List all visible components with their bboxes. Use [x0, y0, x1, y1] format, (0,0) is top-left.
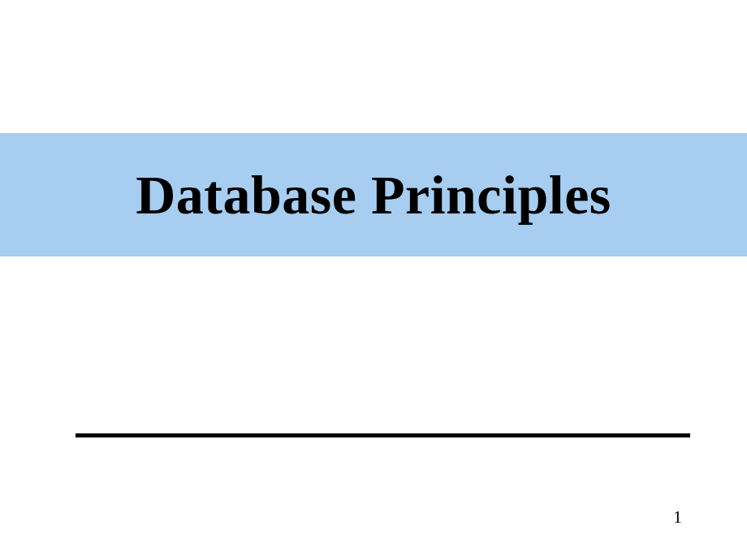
title-band: Database Principles [0, 133, 747, 256]
horizontal-divider [76, 433, 690, 437]
slide-title: Database Principles [136, 163, 611, 227]
page-number: 1 [673, 506, 682, 528]
